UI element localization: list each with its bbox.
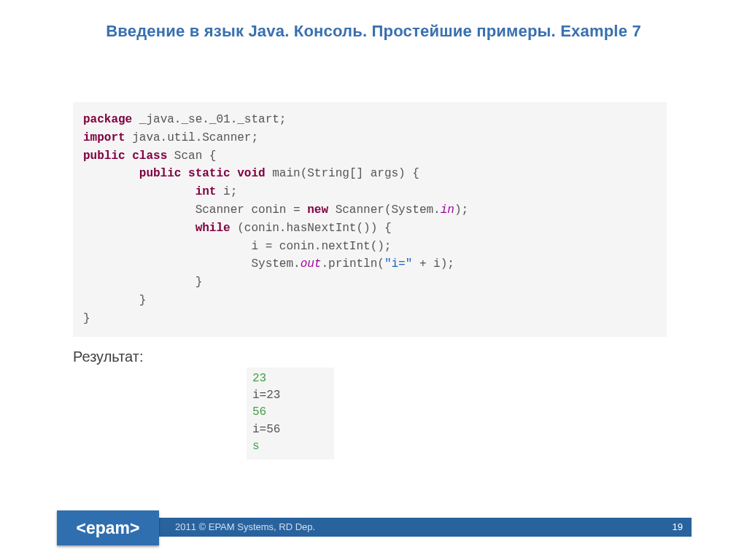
page-number: 19: [673, 521, 683, 532]
keyword: void: [237, 167, 265, 180]
logo-text: <epam>: [77, 518, 140, 538]
keyword: new: [307, 203, 328, 217]
code-text: i;: [216, 185, 237, 198]
code-text: main(String[] args) {: [266, 167, 419, 180]
logo: <epam>: [57, 510, 159, 545]
code-italic: out: [301, 257, 322, 271]
result-label: Результат:: [73, 349, 144, 365]
code-text: }: [196, 276, 203, 289]
code-text: Scanner conin =: [196, 203, 308, 217]
result-input: s: [252, 440, 260, 453]
code-text: _java._se._01._start;: [132, 113, 286, 126]
result-input: 56: [252, 405, 266, 419]
keyword: while: [196, 222, 231, 235]
slide: Введение в язык Java. Консоль. Простейши…: [0, 0, 747, 560]
keyword: import: [83, 131, 125, 144]
code-text: }: [139, 294, 147, 307]
slide-title: Введение в язык Java. Консоль. Простейши…: [0, 22, 747, 41]
code-text: i = conin.nextInt();: [251, 240, 391, 253]
result-output: i=23: [252, 389, 280, 402]
code-text: System.: [251, 257, 300, 271]
code-text: Scanner(System.: [328, 203, 441, 217]
code-text: .println(: [321, 257, 384, 271]
code-italic: in: [441, 203, 454, 217]
code-text: java.util.Scanner;: [125, 131, 258, 144]
keyword: class: [132, 149, 167, 163]
code-text: );: [454, 203, 468, 217]
code-text: }: [83, 312, 90, 325]
keyword: package: [83, 113, 132, 126]
code-block: package _java._se._01._start; import jav…: [73, 102, 667, 337]
keyword: public: [139, 167, 182, 180]
copyright: 2011 © EPAM Systems, RD Dep.: [175, 521, 315, 532]
keyword: int: [196, 185, 217, 198]
code-string: "i=": [384, 257, 412, 271]
result-output: i=56: [252, 423, 280, 436]
result-block: 23 i=23 56 i=56 s: [247, 368, 334, 459]
code-text: + i);: [412, 257, 454, 271]
keyword: public: [83, 149, 125, 163]
result-input: 23: [252, 372, 266, 385]
code-text: (conin.hasNextInt()) {: [231, 222, 392, 235]
code-text: Scan {: [167, 149, 216, 163]
keyword: static: [188, 167, 231, 180]
